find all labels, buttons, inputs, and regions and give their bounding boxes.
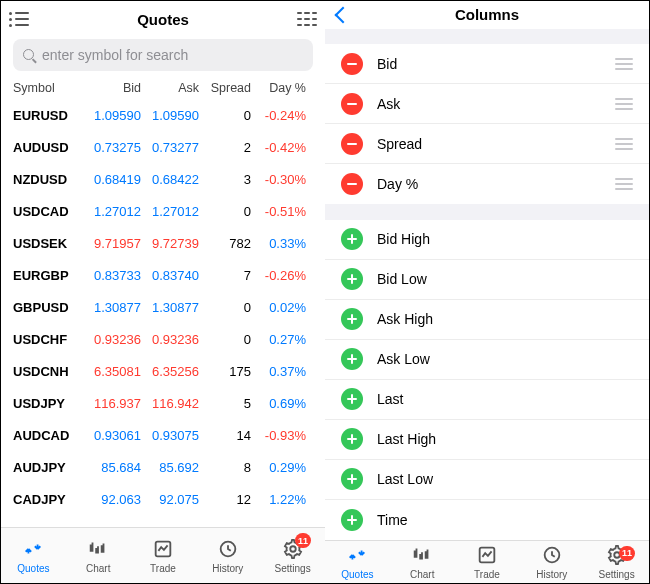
col-bid[interactable]: Bid xyxy=(83,81,141,95)
column-label: Spread xyxy=(377,136,422,152)
cell-ask: 116.942 xyxy=(141,396,199,411)
remove-icon[interactable] xyxy=(341,173,363,195)
column-item[interactable]: Bid High xyxy=(325,220,649,260)
column-item[interactable]: Last High xyxy=(325,420,649,460)
col-ask[interactable]: Ask xyxy=(141,81,199,95)
add-icon[interactable] xyxy=(341,509,363,531)
tab-quotes[interactable]: Quotes xyxy=(1,528,66,583)
table-row[interactable]: USDCAD1.270121.270120-0.51% xyxy=(1,195,325,227)
tab-history[interactable]: History xyxy=(519,541,584,583)
cell-day: 0.27% xyxy=(251,332,306,347)
cell-bid: 92.063 xyxy=(83,492,141,507)
cell-bid: 6.35081 xyxy=(83,364,141,379)
table-row[interactable]: GBPUSD1.308771.3087700.02% xyxy=(1,291,325,323)
cell-ask: 92.075 xyxy=(141,492,199,507)
tab-history[interactable]: History xyxy=(195,528,260,583)
cell-bid: 0.93061 xyxy=(83,428,141,443)
tab-label: History xyxy=(536,569,567,580)
tab-settings[interactable]: Settings11 xyxy=(260,528,325,583)
table-row[interactable]: CADJPY92.06392.075121.22% xyxy=(1,483,325,515)
cell-symbol: USDSEK xyxy=(13,236,83,251)
tab-quotes[interactable]: Quotes xyxy=(325,541,390,583)
tab-trade[interactable]: Trade xyxy=(455,541,520,583)
cell-bid: 9.71957 xyxy=(83,236,141,251)
tab-label: Settings xyxy=(599,569,635,580)
tabbar-right: QuotesChartTradeHistorySettings11 xyxy=(325,540,649,583)
table-row[interactable]: AUDJPY85.68485.69280.29% xyxy=(1,451,325,483)
tab-chart[interactable]: Chart xyxy=(390,541,455,583)
column-item[interactable]: Ask xyxy=(325,84,649,124)
table-row[interactable]: EURCAD1.391871.3920316-0.76% xyxy=(1,515,325,527)
column-item[interactable]: Bid xyxy=(325,44,649,84)
column-item[interactable]: Day % xyxy=(325,164,649,204)
table-row[interactable]: USDCNH6.350816.352561750.37% xyxy=(1,355,325,387)
tab-settings[interactable]: Settings11 xyxy=(584,541,649,583)
view-grid-icon[interactable] xyxy=(297,10,317,28)
add-icon[interactable] xyxy=(341,308,363,330)
col-symbol[interactable]: Symbol xyxy=(13,81,83,95)
view-simple-icon[interactable] xyxy=(9,12,29,27)
back-button[interactable] xyxy=(333,9,353,21)
search-input[interactable]: enter symbol for search xyxy=(13,39,313,71)
cell-day: 0.69% xyxy=(251,396,306,411)
cell-spread: 3 xyxy=(199,172,251,187)
cell-bid: 1.30877 xyxy=(83,300,141,315)
cell-symbol: EURUSD xyxy=(13,108,83,123)
tab-trade[interactable]: Trade xyxy=(131,528,196,583)
add-icon[interactable] xyxy=(341,228,363,250)
add-icon[interactable] xyxy=(341,388,363,410)
cell-symbol: CADJPY xyxy=(13,492,83,507)
table-row[interactable]: USDJPY116.937116.94250.69% xyxy=(1,387,325,419)
col-spread[interactable]: Spread xyxy=(199,81,251,95)
table-row[interactable]: USDSEK9.719579.727397820.33% xyxy=(1,227,325,259)
drag-handle-icon[interactable] xyxy=(615,178,633,190)
column-item[interactable]: Ask High xyxy=(325,300,649,340)
tab-label: History xyxy=(212,563,243,574)
column-item[interactable]: Bid Low xyxy=(325,260,649,300)
table-row[interactable]: AUDCAD0.930610.9307514-0.93% xyxy=(1,419,325,451)
column-item[interactable]: Ask Low xyxy=(325,340,649,380)
table-row[interactable]: NZDUSD0.684190.684223-0.30% xyxy=(1,163,325,195)
cell-symbol: USDCAD xyxy=(13,204,83,219)
drag-handle-icon[interactable] xyxy=(615,138,633,150)
col-day[interactable]: Day % xyxy=(251,81,306,95)
remove-icon[interactable] xyxy=(341,133,363,155)
drag-handle-icon[interactable] xyxy=(615,98,633,110)
cell-symbol: AUDUSD xyxy=(13,140,83,155)
column-item[interactable]: Spread xyxy=(325,124,649,164)
cell-spread: 0 xyxy=(199,332,251,347)
tabbar-left: QuotesChartTradeHistorySettings11 xyxy=(1,527,325,583)
settings-badge: 11 xyxy=(295,533,311,548)
table-row[interactable]: EURUSD1.095901.095900-0.24% xyxy=(1,99,325,131)
add-icon[interactable] xyxy=(341,268,363,290)
tab-chart[interactable]: Chart xyxy=(66,528,131,583)
column-label: Ask xyxy=(377,96,400,112)
add-icon[interactable] xyxy=(341,428,363,450)
cell-day: 1.22% xyxy=(251,492,306,507)
cell-symbol: USDCHF xyxy=(13,332,83,347)
cell-spread: 8 xyxy=(199,460,251,475)
tab-label: Chart xyxy=(410,569,434,580)
tab-label: Quotes xyxy=(341,569,373,580)
remove-icon[interactable] xyxy=(341,53,363,75)
cell-ask: 0.83740 xyxy=(141,268,199,283)
column-label: Day % xyxy=(377,176,418,192)
table-row[interactable]: USDCHF0.932360.9323600.27% xyxy=(1,323,325,355)
remove-icon[interactable] xyxy=(341,93,363,115)
cell-day: 0.33% xyxy=(251,236,306,251)
section-gap xyxy=(325,204,649,219)
column-item[interactable]: Last Low xyxy=(325,460,649,500)
cell-spread: 5 xyxy=(199,396,251,411)
column-item[interactable]: Time xyxy=(325,500,649,540)
table-row[interactable]: AUDUSD0.732750.732772-0.42% xyxy=(1,131,325,163)
svg-point-2 xyxy=(290,546,296,552)
drag-handle-icon[interactable] xyxy=(615,58,633,70)
table-row[interactable]: EURGBP0.837330.837407-0.26% xyxy=(1,259,325,291)
column-label: Last xyxy=(377,391,403,407)
add-icon[interactable] xyxy=(341,468,363,490)
cell-bid: 85.684 xyxy=(83,460,141,475)
cell-bid: 0.73275 xyxy=(83,140,141,155)
column-item[interactable]: Last xyxy=(325,380,649,420)
add-icon[interactable] xyxy=(341,348,363,370)
column-label: Time xyxy=(377,512,408,528)
